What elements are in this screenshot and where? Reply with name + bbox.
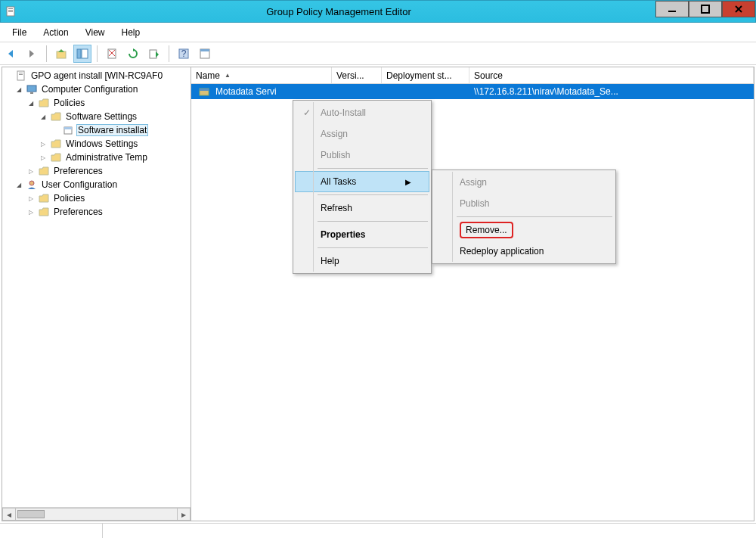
tree-horizontal-scrollbar[interactable]: ◂ ▸ [2, 507, 191, 521]
folder-icon [50, 138, 62, 150]
menu-help[interactable]: Help [114, 25, 148, 40]
toolbar: ? [0, 42, 756, 65]
tree-windows-settings[interactable]: Windows Settings [2, 137, 191, 151]
up-button[interactable] [52, 45, 70, 63]
tree-software-installation[interactable]: Software installat [2, 123, 191, 137]
column-version[interactable]: Versi... [332, 67, 382, 83]
tree-label: Preferences [52, 207, 104, 217]
folder-icon [50, 151, 62, 163]
svg-rect-4 [668, 11, 676, 12]
tree-policies[interactable]: Policies [2, 96, 191, 110]
context-sub-publish[interactable]: Publish [434, 193, 614, 214]
user-icon [26, 179, 38, 191]
context-properties[interactable]: Properties [295, 224, 429, 245]
tree-label: GPO agent install [WIN-RC9AF0 [29, 70, 164, 81]
tree-software-settings[interactable]: Software Settings [2, 110, 191, 123]
properties-button[interactable] [196, 45, 214, 63]
context-label: Properties [316, 229, 411, 240]
tree-pane: GPO agent install [WIN-RC9AF0 Computer C… [2, 67, 191, 521]
column-source[interactable]: Source [469, 67, 754, 83]
installer-icon [62, 124, 74, 136]
column-deployment[interactable]: Deployment st... [382, 67, 469, 83]
svg-rect-10 [82, 49, 88, 58]
context-label: Publish [316, 150, 411, 160]
context-submenu: Assign Publish Remove... Redeploy applic… [432, 169, 616, 264]
window-title: Group Policy Management Editor [22, 6, 655, 17]
tree-preferences[interactable]: Preferences [2, 164, 191, 178]
close-button[interactable] [722, 1, 755, 17]
column-label: Name [196, 70, 220, 81]
context-sub-redeploy[interactable]: Redeploy application [434, 241, 614, 262]
context-label: Help [316, 256, 411, 266]
context-label: Assign [316, 129, 411, 139]
package-icon [198, 86, 210, 98]
tree-computer-config[interactable]: Computer Configuration [2, 82, 191, 96]
tree-label: Windows Settings [64, 138, 139, 149]
refresh-button[interactable] [124, 45, 142, 63]
status-segment [103, 524, 178, 538]
list-row[interactable]: Motadata Servi \\172.16.8.211\nirav\Mota… [191, 84, 754, 99]
svg-rect-9 [77, 49, 81, 58]
maximize-button[interactable] [689, 1, 722, 17]
delete-button[interactable] [103, 45, 121, 63]
window-controls [655, 1, 755, 22]
svg-rect-21 [19, 74, 23, 75]
context-refresh[interactable]: Refresh [295, 197, 429, 219]
tree-root[interactable]: GPO agent install [WIN-RC9AF0 [2, 69, 191, 82]
toolbar-separator [97, 45, 98, 62]
tree[interactable]: GPO agent install [WIN-RC9AF0 Computer C… [2, 67, 191, 507]
menubar: File Action View Help [0, 23, 756, 42]
scroll-track[interactable] [16, 508, 177, 521]
titlebar: Group Policy Management Editor [0, 0, 756, 23]
export-button[interactable] [145, 45, 163, 63]
tree-label: User Configuration [40, 179, 119, 190]
context-label: Assign [455, 177, 596, 188]
menu-view[interactable]: View [78, 25, 113, 40]
svg-rect-8 [57, 51, 66, 58]
app-icon [5, 5, 17, 17]
context-assign[interactable]: Assign [295, 123, 429, 145]
scroll-thumb[interactable] [17, 510, 45, 518]
tree-label: Policies [52, 98, 86, 108]
cell-text: Motadata Servi [215, 86, 277, 97]
context-sub-assign[interactable]: Assign [434, 172, 614, 193]
context-separator [318, 221, 428, 222]
context-all-tasks[interactable]: All Tasks▶ [295, 171, 429, 192]
tree-user-policies[interactable]: Policies [2, 191, 191, 205]
column-name[interactable]: Name▲ [191, 67, 332, 83]
svg-rect-28 [200, 89, 209, 91]
svg-point-26 [29, 181, 34, 185]
tree-label: Software installat [76, 124, 148, 136]
context-help[interactable]: Help [295, 250, 429, 272]
toolbar-separator [46, 45, 47, 62]
context-label: Redeploy application [455, 246, 596, 257]
minimize-button[interactable] [655, 1, 689, 17]
tree-user-config[interactable]: User Configuration [2, 178, 191, 191]
context-auto-install[interactable]: ✓ Auto-Install [295, 102, 429, 123]
svg-rect-23 [30, 92, 33, 94]
context-publish[interactable]: Publish [295, 145, 429, 166]
scroll-right-button[interactable]: ▸ [177, 508, 191, 521]
computer-icon [26, 83, 38, 95]
svg-text:?: ? [181, 48, 187, 59]
folder-icon [38, 165, 50, 177]
show-hide-tree-button[interactable] [73, 45, 91, 63]
help-button[interactable]: ? [175, 45, 193, 63]
back-button[interactable] [2, 45, 20, 63]
cell-source: \\172.16.8.211\nirav\Motadata_Se... [469, 86, 754, 97]
menu-file[interactable]: File [5, 25, 34, 40]
forward-button[interactable] [23, 45, 41, 63]
sort-ascending-icon: ▲ [225, 72, 231, 79]
tree-user-preferences[interactable]: Preferences [2, 205, 191, 219]
context-label: Publish [455, 198, 596, 209]
context-label: Auto-Install [316, 107, 411, 118]
tree-admin-templates[interactable]: Administrative Temp [2, 151, 191, 164]
svg-rect-1 [8, 8, 13, 9]
context-sub-remove[interactable]: Remove... [434, 219, 614, 241]
menu-action[interactable]: Action [36, 25, 76, 40]
list-pane: Name▲ Versi... Deployment st... Source M… [191, 67, 754, 521]
svg-rect-14 [150, 50, 156, 58]
folder-open-icon [50, 110, 62, 123]
scroll-left-button[interactable]: ◂ [2, 508, 16, 521]
toolbar-separator [169, 45, 169, 62]
